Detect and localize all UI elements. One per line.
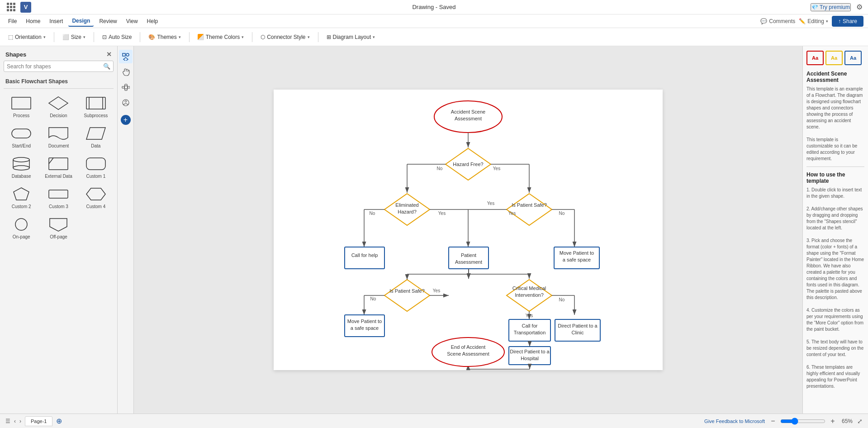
menu-view[interactable]: View [123, 16, 142, 26]
svg-text:Is Patient Safe?: Is Patient Safe? [512, 202, 547, 208]
shape-custom4[interactable]: Custom 4 [78, 183, 114, 212]
svg-text:Yes: Yes [438, 211, 446, 216]
svg-text:Assessment: Assessment [455, 116, 482, 121]
zoom-out-button[interactable]: − [768, 417, 778, 426]
off-page-shape-icon [47, 216, 69, 233]
shape-start-end[interactable]: Start/End [4, 123, 39, 151]
fit-page-button[interactable]: ⤢ [857, 418, 863, 425]
size-button[interactable]: ⬜ Size ▾ [59, 32, 89, 42]
theme-swatch-blue[interactable]: Aa [844, 51, 862, 65]
svg-rect-15 [49, 190, 68, 198]
layout-icon: ⊞ [327, 34, 331, 40]
editing-button[interactable]: ✏️ Editing ▾ [799, 18, 828, 24]
toolbar: ⬚ Orientation ▾ ⬜ Size ▾ ⊡ Auto Size 🎨 T… [0, 28, 868, 46]
add-button[interactable]: + [121, 115, 131, 125]
close-sidebar-icon[interactable]: ✕ [106, 51, 112, 58]
canvas[interactable]: Accident Scene Assessment Hazard Free? N… [274, 90, 663, 370]
svg-text:No: No [370, 296, 376, 301]
svg-line-25 [124, 85, 125, 87]
title-bar-left: V [5, 1, 31, 13]
next-page-button[interactable]: › [19, 418, 21, 424]
menu-insert[interactable]: Insert [46, 16, 66, 26]
custom4-shape-icon [85, 186, 107, 202]
orientation-button[interactable]: ⬚ Orientation ▾ [5, 32, 49, 42]
shape-off-page[interactable]: Off-page [41, 214, 76, 242]
svg-point-10 [13, 166, 29, 170]
shape-document[interactable]: Document [41, 123, 76, 151]
connector-icon: ⬡ [261, 34, 265, 40]
waffle-icon[interactable] [5, 1, 17, 13]
zoom-controls: − + 65% ⤢ [768, 417, 863, 426]
layout-arrow: ▾ [373, 35, 375, 39]
svg-rect-5 [12, 129, 31, 138]
shape-custom1[interactable]: Custom 1 [78, 153, 114, 181]
custom3-shape-icon [47, 186, 69, 202]
menu-help[interactable]: Help [143, 16, 162, 26]
theme-colors-arrow: ▾ [242, 35, 244, 39]
hand-icon[interactable] [119, 65, 133, 79]
svg-marker-16 [86, 188, 105, 200]
main-area: Shapes ✕ 🔍 Basic Flowchart Shapes Proces… [0, 46, 868, 414]
menu-home[interactable]: Home [22, 16, 44, 26]
shape-process[interactable]: Process [4, 92, 39, 121]
menu-design[interactable]: Design [68, 16, 94, 27]
right-panel: Aa Aa Aa Accident Scene Assessment This … [802, 46, 868, 414]
svg-text:Transportation: Transportation [514, 330, 546, 335]
try-premium-button[interactable]: 💎 Try premium [811, 3, 851, 11]
shape-external-data[interactable]: External Data [41, 153, 76, 181]
canvas-area[interactable]: Accident Scene Assessment Hazard Free? N… [134, 46, 802, 414]
svg-rect-13 [86, 158, 105, 170]
status-bar: ☰ ‹ › Page-1 ⊕ Give Feedback to Microsof… [0, 414, 868, 428]
shapes-icon[interactable] [119, 50, 133, 63]
theme-swatch-yellow[interactable]: Aa [825, 51, 843, 65]
shape-custom2[interactable]: Custom 2 [4, 183, 39, 212]
prev-page-button[interactable]: ‹ [14, 418, 16, 424]
search-input[interactable] [7, 63, 101, 70]
panel-title-1: Accident Scene Assessment [806, 71, 864, 83]
shape-subprocess[interactable]: Subprocess [78, 92, 114, 121]
shape-database[interactable]: Database [4, 153, 39, 181]
menu-toggle-button[interactable]: ☰ [5, 418, 10, 424]
diagram-icon[interactable] [119, 81, 133, 94]
diagram-layout-button[interactable]: ⊞ Diagram Layout ▾ [323, 32, 379, 42]
zoom-slider[interactable] [780, 418, 825, 425]
zoom-in-button[interactable]: + [828, 417, 837, 426]
database-shape-icon [10, 156, 32, 172]
menu-file[interactable]: File [5, 16, 20, 26]
add-page-button[interactable]: ⊕ [56, 417, 62, 425]
panel-text-1: This template is an example of a Flowcha… [806, 86, 864, 162]
format-icon[interactable] [119, 96, 133, 109]
process-shape-icon [10, 95, 32, 111]
themes-button[interactable]: 🎨 Themes ▾ [145, 32, 184, 42]
sep6 [318, 32, 318, 42]
size-icon: ⬜ [62, 34, 69, 40]
svg-text:Clinic: Clinic [572, 330, 584, 335]
shape-on-page[interactable]: On-page [4, 214, 39, 242]
shape-data[interactable]: Data [78, 123, 114, 151]
settings-icon[interactable]: ⚙ [856, 3, 863, 11]
themes-icon: 🎨 [148, 34, 155, 40]
custom2-shape-icon [10, 186, 32, 202]
svg-text:Eliminated: Eliminated [395, 202, 418, 208]
auto-size-button[interactable]: ⊡ Auto Size [99, 32, 135, 42]
theme-colors-button[interactable]: Theme Colors ▾ [194, 32, 247, 42]
search-icon[interactable]: 🔍 [103, 63, 110, 70]
comments-button[interactable]: 💬 Comments [760, 18, 795, 24]
shape-custom3[interactable]: Custom 3 [41, 183, 76, 212]
shape-decision[interactable]: Decision [41, 92, 76, 121]
feedback-text[interactable]: Give Feedback to Microsoft [704, 418, 765, 424]
pencil-icon: ✏️ [799, 18, 806, 24]
title-bar-right: 💎 Try premium ⚙ [811, 3, 863, 11]
app-logo[interactable]: V [20, 2, 31, 13]
left-icon-strip: + [118, 46, 134, 414]
svg-text:Yes: Yes [508, 211, 516, 216]
page-tab-1[interactable]: Page-1 [25, 416, 52, 426]
connector-style-button[interactable]: ⬡ Connector Style ▾ [257, 32, 313, 42]
menu-review[interactable]: Review [95, 16, 120, 26]
start-end-shape-icon [10, 125, 32, 142]
theme-swatch-red[interactable]: Aa [806, 51, 824, 65]
share-button[interactable]: ↑ Share [832, 16, 863, 27]
svg-text:Assessment: Assessment [455, 259, 482, 265]
on-page-shape-icon [10, 216, 32, 233]
custom1-shape-icon [85, 156, 107, 172]
